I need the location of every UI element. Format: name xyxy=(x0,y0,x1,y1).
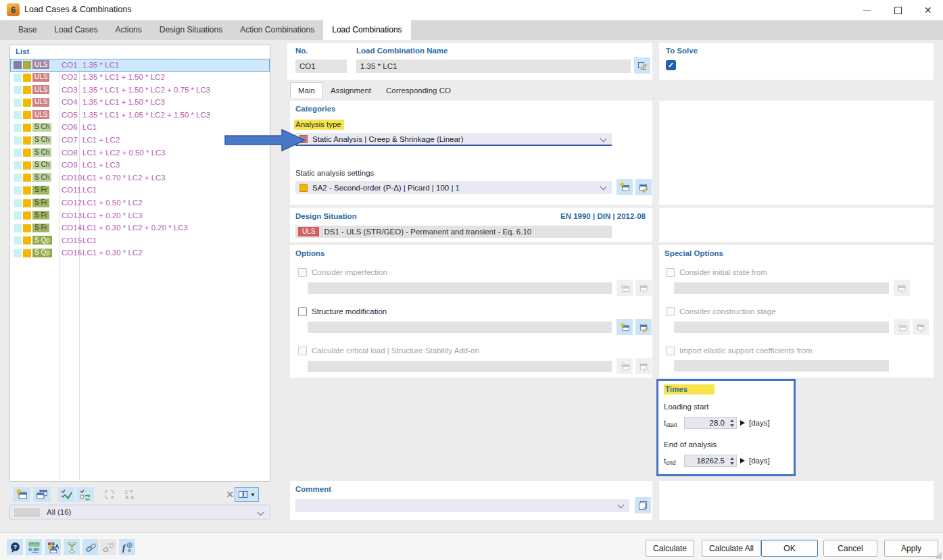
new-icon xyxy=(620,322,630,332)
new-icon xyxy=(620,283,630,293)
tab-design-situations[interactable]: Design Situations xyxy=(151,20,231,40)
edit-icon xyxy=(916,322,926,332)
tab-action-combinations[interactable]: Action Combinations xyxy=(231,20,323,40)
list-filter-dropdown[interactable]: All (16) xyxy=(9,505,270,519)
structure-modification-field xyxy=(308,322,612,333)
close-button[interactable]: ✕ xyxy=(913,0,943,20)
subtab-corresponding-co[interactable]: Corresponding CO xyxy=(379,83,458,99)
initial-state-field xyxy=(674,282,889,294)
list-item[interactable]: S Qp CO16 LC1 + 0.30 * LC2 xyxy=(10,247,270,260)
tab-load-cases[interactable]: Load Cases xyxy=(45,20,106,40)
tstart-stepper[interactable] xyxy=(729,419,735,427)
list-item[interactable]: ULS CO2 1.35 * LC1 + 1.50 * LC2 xyxy=(10,72,270,84)
ok-button[interactable]: OK xyxy=(761,540,818,557)
solve-state-swatch xyxy=(14,136,22,145)
copy-combination-button[interactable] xyxy=(33,487,51,502)
formula-button[interactable]: fx xyxy=(119,539,135,555)
renumber-assign-button[interactable]: 26 xyxy=(121,487,139,502)
list-item[interactable]: S Qp CO15 LC1 xyxy=(10,234,270,247)
design-situation-value: DS1 - ULS (STR/GEO) - Permanent and tran… xyxy=(324,228,531,236)
list-item[interactable]: S Fr CO13 LC1 + 0.20 * LC3 xyxy=(10,209,270,222)
initial-state-checkbox[interactable] xyxy=(666,268,675,277)
standard-label: EN 1990 | DIN | 2012-08 xyxy=(560,212,646,220)
subtab-assignment[interactable]: Assignment xyxy=(323,83,379,99)
new-modification-button[interactable] xyxy=(616,319,633,335)
consider-imperfection-checkbox[interactable] xyxy=(298,268,307,277)
combination-formula: LC1 xyxy=(82,236,97,245)
rename-button[interactable] xyxy=(634,57,650,74)
check-all-button[interactable] xyxy=(57,487,75,502)
columns-view-button[interactable]: ▼ xyxy=(235,487,259,502)
minimize-button[interactable] xyxy=(852,0,882,20)
units-settings-button[interactable]: 0.00 xyxy=(26,539,42,555)
structure-modification-checkbox[interactable] xyxy=(298,307,307,316)
renumber-button[interactable]: 26 xyxy=(101,487,118,502)
special-options-header: Special Options xyxy=(664,249,723,257)
action-color-swatch xyxy=(23,99,31,107)
unlink-button xyxy=(100,539,116,555)
settings-dropdown[interactable]: SA2 - Second-order (P-Δ) | Picard | 100 … xyxy=(295,181,612,194)
list-item[interactable]: ULS CO1 1.35 * LC1 xyxy=(10,59,270,72)
dialog-tab-bar: BaseLoad CasesActionsDesign SituationsAc… xyxy=(0,20,943,40)
list-item[interactable]: S Ch CO9 LC1 + LC3 xyxy=(10,159,270,172)
apply-button[interactable]: Apply xyxy=(884,540,938,557)
list-item[interactable]: S Fr CO12 LC1 + 0.50 * LC2 xyxy=(10,197,270,210)
comment-dropdown[interactable] xyxy=(295,499,629,512)
combination-formula: LC1 + 0.50 * LC2 xyxy=(82,199,143,207)
tend-stepper[interactable] xyxy=(729,457,735,465)
name-field[interactable]: 1.35 * LC1 xyxy=(356,59,631,73)
combination-id: CO5 xyxy=(62,111,78,119)
tend-unit: [days] xyxy=(749,457,770,465)
critical-load-checkbox[interactable] xyxy=(298,347,307,355)
tab-base[interactable]: Base xyxy=(9,20,45,40)
tend-expand-icon[interactable] xyxy=(740,458,745,463)
svg-text:?: ? xyxy=(13,542,17,550)
solve-state-swatch xyxy=(14,224,22,232)
svg-text:f: f xyxy=(122,543,126,553)
combination-formula: LC1 + 0.70 * LC2 + LC3 xyxy=(82,174,166,182)
combination-formula: LC1 xyxy=(82,123,97,131)
copy-comment-button[interactable] xyxy=(635,497,651,513)
solve-state-swatch xyxy=(14,249,22,257)
tab-load-combinations[interactable]: Load Combinations xyxy=(323,20,410,40)
list-item[interactable]: S Fr CO14 LC1 + 0.30 * LC2 + 0.20 * LC3 xyxy=(10,222,270,235)
toggle-check-button[interactable] xyxy=(76,487,94,502)
combination-formula: 1.35 * LC1 xyxy=(82,61,119,69)
maximize-button[interactable] xyxy=(883,0,913,20)
link-button[interactable] xyxy=(82,539,99,555)
cancel-button[interactable]: Cancel xyxy=(823,540,877,557)
display-settings-button[interactable]: A xyxy=(45,539,61,555)
new-settings-button[interactable] xyxy=(616,179,633,195)
list-item[interactable]: S Fr CO11 LC1 xyxy=(10,184,270,197)
tab-actions[interactable]: Actions xyxy=(106,20,150,40)
categories-header: Categories xyxy=(295,105,335,113)
calculate-all-button[interactable]: Calculate All xyxy=(702,540,761,557)
construction-stage-checkbox[interactable] xyxy=(666,307,675,316)
list-item[interactable]: S Ch CO10 LC1 + 0.70 * LC2 + LC3 xyxy=(10,172,270,184)
subtab-main[interactable]: Main xyxy=(290,82,323,98)
list-item[interactable]: ULS CO3 1.35 * LC1 + 1.50 * LC2 + 0.75 *… xyxy=(10,84,270,97)
edit-icon xyxy=(639,361,649,372)
tstart-expand-icon[interactable] xyxy=(740,420,745,426)
empty-panel-bottom xyxy=(659,481,934,520)
design-situation-badge: ULS xyxy=(32,60,49,69)
elastic-support-checkbox[interactable] xyxy=(666,347,675,355)
action-color-swatch xyxy=(23,149,31,157)
chevron-down-icon xyxy=(600,136,607,143)
calculate-button[interactable]: Calculate xyxy=(646,540,694,557)
new-combination-button[interactable] xyxy=(13,487,30,502)
list-item[interactable]: ULS CO5 1.35 * LC1 + 1.05 * LC2 + 1.50 *… xyxy=(10,109,270,122)
svg-text:x: x xyxy=(127,547,131,553)
end-of-analysis-label: End of analysis xyxy=(664,440,717,449)
model-tree-button[interactable] xyxy=(64,539,80,555)
analysis-type-dropdown[interactable]: Static Analysis | Creep & Shrinkage (Lin… xyxy=(295,133,612,146)
list-item[interactable]: ULS CO4 1.35 * LC1 + 1.50 * LC3 xyxy=(10,97,270,109)
help-button[interactable]: ? xyxy=(7,539,23,555)
design-situation-badge: S Ch xyxy=(32,123,51,132)
combination-formula: LC1 + 0.30 * LC2 + 0.20 * LC3 xyxy=(82,224,188,232)
to-solve-checkbox[interactable]: ✓ xyxy=(666,60,676,70)
footer-bar: ? 0.00 A fx Calculate Calculate All OK C… xyxy=(0,532,943,560)
edit-settings-button[interactable] xyxy=(635,179,652,195)
edit-modification-button[interactable] xyxy=(635,319,652,335)
construction-stage-field xyxy=(674,322,889,333)
